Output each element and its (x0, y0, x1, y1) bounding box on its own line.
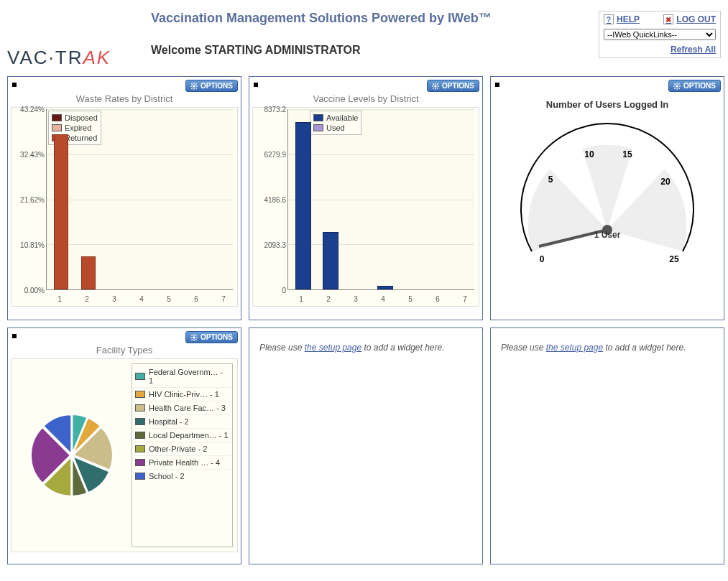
logo-text: VAC·TR (7, 47, 83, 68)
empty-suffix: to add a widget here. (361, 343, 444, 353)
options-label: OPTIONS (683, 82, 716, 90)
waste-chart: 43.24% 32.43% 21.62% 10.81% 0.00% Dispos… (11, 107, 238, 307)
svg-line-7 (191, 88, 193, 89)
legend-label: Local Departmen… - 1 (149, 431, 229, 440)
empty-prefix: Please use (259, 343, 305, 353)
svg-point-9 (434, 85, 436, 87)
xtick: 5 (408, 295, 413, 303)
legend-row: Private Health … - 4 (134, 456, 231, 470)
svg-point-0 (193, 85, 195, 87)
svg-line-42 (191, 339, 193, 340)
bar (295, 122, 311, 289)
xtick: 3 (112, 295, 116, 303)
xtick: 1 (57, 295, 62, 303)
xtick: 6 (194, 295, 198, 303)
widget-vaccine-levels: OPTIONS Vaccine Levels by District 8373.… (249, 76, 483, 320)
widget-bullet (254, 83, 258, 87)
logout-icon: ✖ (663, 14, 673, 24)
legend-label: Private Health … - 4 (149, 458, 220, 467)
setup-page-link[interactable]: the setup page (305, 343, 361, 353)
svg-line-24 (678, 88, 680, 89)
empty-suffix: to add a widget here. (603, 343, 686, 353)
widget-bullet (12, 83, 17, 87)
svg-text:20: 20 (660, 177, 671, 187)
svg-line-41 (195, 339, 197, 340)
gear-icon (190, 83, 198, 90)
pie-chart (16, 363, 127, 547)
ytick: 21.62% (13, 196, 45, 204)
ytick: 0.00% (13, 287, 45, 294)
svg-line-23 (674, 83, 676, 85)
ytick: 0 (254, 287, 286, 294)
svg-text:0: 0 (540, 254, 545, 262)
welcome-text: Welcome STARTING ADMINISTRATOR (151, 44, 599, 57)
refresh-all-link[interactable]: Refresh All (671, 45, 716, 55)
legend-row: School - 2 (134, 470, 231, 483)
svg-text:25: 25 (669, 254, 679, 262)
options-button[interactable]: OPTIONS (185, 80, 238, 92)
options-button[interactable]: OPTIONS (668, 80, 721, 92)
setup-page-link[interactable]: the setup page (546, 343, 603, 353)
xtick: 7 (221, 295, 226, 303)
levels-legend: Available Used (310, 111, 361, 135)
bar (323, 232, 338, 289)
app-title: Vaccination Management Solutions Powered… (151, 11, 599, 26)
ytick: 2093.3 (254, 241, 286, 249)
gauge: 0 5 10 15 20 25 1 User (510, 118, 704, 262)
widget-bullet (495, 83, 499, 87)
ytick: 43.24% (13, 106, 45, 113)
svg-line-5 (191, 83, 193, 85)
xtick: 4 (381, 295, 385, 303)
empty-prefix: Please use (501, 343, 546, 353)
legend-label: Other-Private - 2 (149, 445, 207, 453)
xtick: 2 (326, 295, 331, 303)
ytick: 4186.6 (254, 196, 286, 204)
help-link[interactable]: ? HELP (604, 14, 640, 24)
widget-users-gauge: OPTIONS Number of Users Logged In 0 5 10… (490, 76, 724, 320)
svg-line-17 (437, 83, 438, 85)
svg-point-18 (676, 85, 678, 87)
logout-link[interactable]: ✖ LOG OUT (663, 14, 716, 24)
svg-line-43 (195, 335, 197, 336)
logo: VAC·TRAK (7, 11, 151, 69)
options-label: OPTIONS (201, 82, 233, 90)
chart-title: Facility Types (8, 345, 241, 355)
gear-icon (432, 83, 439, 90)
widget-empty-1: Please use the setup page to add a widge… (249, 327, 483, 564)
pie-legend: Federal Governm… - 1 HIV Clinic-Priv… - … (132, 363, 233, 547)
options-button[interactable]: OPTIONS (185, 331, 238, 343)
legend-label: Available (326, 113, 358, 123)
svg-line-40 (191, 335, 193, 336)
svg-line-16 (433, 88, 434, 89)
svg-line-26 (678, 83, 680, 85)
help-icon: ? (604, 14, 614, 24)
svg-point-35 (193, 336, 195, 338)
logout-label: LOG OUT (676, 14, 716, 24)
legend-label: Hospital - 2 (149, 417, 189, 426)
options-button[interactable]: OPTIONS (427, 80, 479, 92)
gauge-title: Number of Users Logged In (498, 99, 717, 110)
bar (377, 286, 393, 289)
xtick: 4 (139, 295, 144, 303)
xtick: 6 (436, 295, 440, 303)
ytick: 6279.9 (254, 151, 286, 159)
chart-title: Vaccine Levels by District (249, 93, 482, 104)
gear-icon (190, 334, 198, 341)
legend-label: HIV Clinic-Priv… - 1 (149, 390, 219, 399)
levels-chart: 8373.2 6279.9 4186.6 2093.3 0 Available … (252, 107, 479, 307)
logo-text-ak: AK (83, 47, 111, 68)
widget-bullet (12, 334, 17, 338)
help-label: HELP (617, 14, 640, 24)
legend-label: Federal Governm… - 1 (149, 368, 229, 385)
legend-row: Health Care Fac… - 3 (134, 401, 231, 415)
quicklinks-select[interactable]: --IWeb QuickLinks-- (604, 29, 716, 40)
chart-title: Waste Rates by District (8, 93, 241, 104)
legend-row: Local Departmen… - 1 (134, 429, 231, 442)
widget-waste-rates: OPTIONS Waste Rates by District 43.24% 3… (7, 76, 241, 320)
bar (54, 134, 68, 289)
xtick: 5 (167, 295, 171, 303)
xtick: 2 (85, 295, 89, 303)
svg-line-15 (437, 88, 438, 89)
legend-label: Disposed (65, 113, 98, 123)
xtick: 3 (354, 295, 358, 303)
